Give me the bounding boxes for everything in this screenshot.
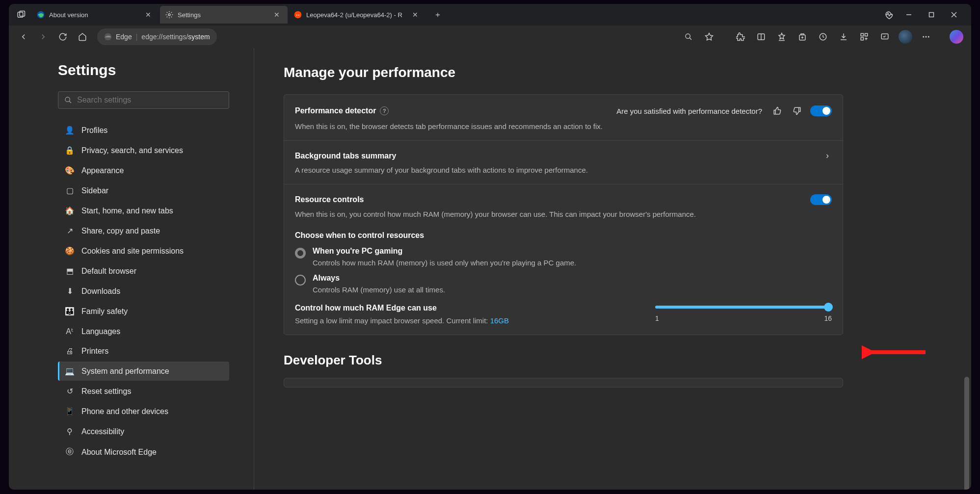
collections-icon[interactable]: [794, 28, 811, 46]
tab-about-version[interactable]: About version ✕: [31, 6, 159, 24]
sidebar-item-printers[interactable]: 🖨Printers: [58, 342, 229, 361]
ram-slider[interactable]: 1 16: [655, 304, 832, 322]
page-heading: Manage your performance: [284, 65, 942, 80]
developer-tools-heading: Developer Tools: [284, 353, 942, 368]
maximize-button[interactable]: [920, 6, 943, 23]
favorites-bar-icon[interactable]: [773, 28, 791, 46]
nav-label: Cookies and site permissions: [81, 247, 184, 256]
profile-avatar[interactable]: [897, 28, 914, 46]
info-icon[interactable]: ?: [380, 106, 389, 115]
radio-always[interactable]: Always Controls RAM (memory) use at all …: [295, 274, 832, 294]
new-tab-button[interactable]: ＋: [430, 7, 446, 23]
settings-title: Settings: [58, 62, 229, 78]
sidebar-item-languages[interactable]: AᵗLanguages: [58, 322, 229, 341]
slider-max: 16: [824, 314, 832, 322]
sidebar-item-system-and-performance[interactable]: 💻System and performance: [58, 362, 229, 381]
split-screen-icon[interactable]: [752, 28, 770, 46]
slider-min: 1: [655, 314, 659, 322]
address-bar[interactable]: Edge | edge://settings/system: [97, 28, 217, 45]
search-icon: [64, 96, 72, 104]
search-input[interactable]: [77, 96, 223, 104]
performance-icon[interactable]: [881, 6, 898, 23]
gear-icon: [165, 10, 174, 19]
main-panel: Manage your performance Performance dete…: [254, 48, 971, 490]
feedback-text: Are you satisfied with performance detec…: [616, 107, 762, 115]
nav-label: Sidebar: [81, 186, 108, 195]
tab-actions-button[interactable]: [13, 6, 29, 23]
row-title: Resource controls: [295, 195, 364, 204]
thumbs-down-icon[interactable]: [791, 104, 803, 117]
scrollbar[interactable]: [964, 377, 969, 490]
close-icon[interactable]: ✕: [410, 10, 420, 20]
titlebar: About version ✕ Settings ✕ Leopeva64-2 (…: [9, 4, 971, 26]
refresh-button[interactable]: [54, 28, 72, 46]
sidebar-item-phone-and-other-devices[interactable]: 📱Phone and other devices: [58, 402, 229, 421]
perf-detector-toggle[interactable]: [810, 105, 832, 116]
svg-line-30: [69, 101, 71, 103]
copilot-icon[interactable]: [948, 28, 965, 46]
nav-label: Phone and other devices: [81, 407, 168, 416]
sidebar-item-start-home-and-new-tabs[interactable]: 🏠Start, home, and new tabs: [58, 201, 229, 220]
slider-thumb[interactable]: [824, 303, 833, 312]
reddit-favicon: [293, 10, 302, 19]
home-button[interactable]: [74, 28, 91, 46]
svg-point-3: [39, 13, 43, 17]
sidebar-item-cookies-and-site-permissions[interactable]: 🍪Cookies and site permissions: [58, 241, 229, 260]
sidebar-item-profiles[interactable]: 👤Profiles: [58, 121, 229, 140]
more-menu-icon[interactable]: [917, 28, 935, 46]
radio-icon[interactable]: [295, 248, 306, 259]
tab-settings[interactable]: Settings ✕: [160, 6, 288, 24]
edge-icon: [104, 33, 112, 41]
sidebar-item-downloads[interactable]: ⬇Downloads: [58, 282, 229, 301]
sidebar-item-accessibility[interactable]: ⚲Accessibility: [58, 422, 229, 441]
nav-icon: ↺: [65, 387, 75, 396]
downloads-icon[interactable]: [835, 28, 852, 46]
resource-controls-row: Resource controls When this is on, you c…: [284, 184, 843, 335]
tab-reddit[interactable]: Leopeva64-2 (u/Leopeva64-2) - R ✕: [289, 6, 426, 24]
apps-icon[interactable]: [855, 28, 873, 46]
search-settings[interactable]: [58, 91, 229, 109]
radio-pc-gaming[interactable]: When you're PC gaming Controls how much …: [295, 247, 832, 267]
zoom-icon[interactable]: [680, 28, 697, 46]
nav-icon: ⓔ: [65, 447, 75, 457]
dev-tools-card: [284, 378, 843, 388]
nav-icon: ▢: [65, 186, 75, 195]
nav-label: About Microsoft Edge: [81, 448, 157, 457]
history-icon[interactable]: [814, 28, 832, 46]
sidebar-item-privacy-search-and-services[interactable]: 🔒Privacy, search, and services: [58, 141, 229, 160]
sidebar-item-reset-settings[interactable]: ↺Reset settings: [58, 382, 229, 401]
sidebar-item-sidebar[interactable]: ▢Sidebar: [58, 181, 229, 200]
minimize-button[interactable]: [898, 6, 920, 23]
background-tabs-row[interactable]: Background tabs summary › A resource usa…: [284, 140, 843, 184]
favorite-icon[interactable]: [700, 28, 718, 46]
close-icon[interactable]: ✕: [272, 10, 282, 20]
close-button[interactable]: [943, 6, 965, 23]
thumbs-up-icon[interactable]: [771, 104, 784, 117]
extensions-icon[interactable]: [732, 28, 749, 46]
ram-limit-link[interactable]: 16GB: [490, 316, 509, 325]
sidebar-item-appearance[interactable]: 🎨Appearance: [58, 161, 229, 180]
forward-button[interactable]: [34, 28, 52, 46]
svg-point-6: [296, 15, 297, 16]
sidebar-item-about-microsoft-edge[interactable]: ⓔAbout Microsoft Edge: [58, 442, 229, 462]
nav-icon: 👤: [65, 126, 75, 135]
sidebar-item-default-browser[interactable]: ⬒Default browser: [58, 261, 229, 281]
svg-point-4: [168, 14, 170, 16]
radio-icon[interactable]: [295, 275, 306, 286]
settings-sidebar: Settings 👤Profiles🔒Privacy, search, and …: [9, 48, 254, 490]
nav-label: Printers: [81, 347, 108, 356]
close-icon[interactable]: ✕: [143, 10, 153, 20]
resource-controls-toggle[interactable]: [810, 194, 832, 205]
sidebar-item-family-safety[interactable]: 👪Family safety: [58, 302, 229, 321]
tab-well: About version ✕ Settings ✕ Leopeva64-2 (…: [29, 6, 881, 24]
nav-icon: 👪: [65, 307, 75, 316]
chevron-right-icon: ›: [823, 151, 832, 161]
nav-label: System and performance: [81, 367, 169, 376]
radio-label: Always: [313, 274, 445, 283]
performance-card: Performance detector ? Are you satisfied…: [284, 94, 843, 335]
browser-essentials-icon[interactable]: [876, 28, 894, 46]
row-desc: When this is on, the browser detects tab…: [295, 122, 832, 130]
sidebar-item-share-copy-and-paste[interactable]: ↗Share, copy and paste: [58, 221, 229, 240]
nav-icon: 💻: [65, 366, 75, 376]
back-button[interactable]: [15, 28, 32, 46]
